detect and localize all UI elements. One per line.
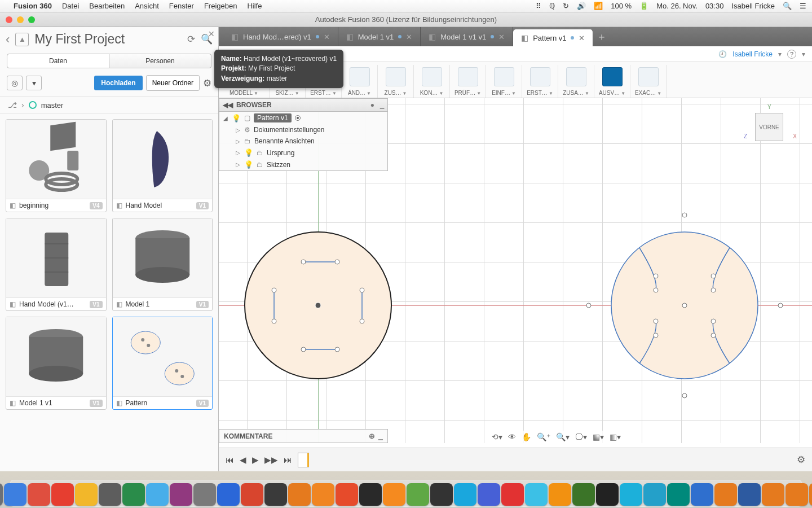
browser-item[interactable]: ▷💡🗀Ursprung [219,147,387,159]
document-tab[interactable]: ◧Hand Mod…ered) v1✕ [223,27,338,46]
viewcube[interactable]: VORNE X Y Z [752,110,787,144]
dock-app-icon[interactable] [170,483,192,506]
browser-item[interactable]: ▷⚙Dokumenteinstellungen [219,124,387,135]
dock-app-icon[interactable] [75,483,98,506]
close-tab-icon[interactable]: ✕ [324,33,330,41]
dock-app-icon[interactable] [312,483,334,506]
volume-icon[interactable]: 🔊 [577,2,586,10]
expand-comments-icon[interactable]: ⎯ [378,432,383,440]
expand-icon[interactable]: ▷ [235,161,241,168]
tool-addins[interactable]: ZUSA…▼ [558,65,594,98]
dock-app-icon[interactable] [478,483,500,506]
close-window-button[interactable] [6,16,12,23]
design-card[interactable]: ◧Hand ModelV1 [112,119,213,212]
time-label[interactable]: 03:30 [705,2,724,10]
expand-icon[interactable]: ▷ [235,127,241,133]
date-label[interactable]: Mo. 26. Nov. [656,2,698,10]
dock-app-icon[interactable] [336,483,358,506]
tool-modify[interactable]: ÄND…▼ [342,65,378,98]
timeline-play-icon[interactable]: ▶ [252,455,259,465]
design-card[interactable]: ◧Model 1V1 [112,218,213,311]
document-tab-active[interactable]: ◧Pattern v1✕ [513,29,593,46]
look-icon[interactable]: 👁 [508,432,516,441]
pan-icon[interactable]: ✋ [522,432,531,441]
dock-app-icon[interactable] [762,483,784,506]
browser-root[interactable]: ◢💡▢Pattern v1 [219,112,387,124]
dock-app-icon[interactable] [643,483,666,506]
avira-icon[interactable]: ℚ [549,2,555,10]
dock-app-icon[interactable] [122,483,145,506]
timeline-forward-icon[interactable]: ▶▶ [264,455,278,465]
dock-app-icon[interactable] [809,483,812,506]
dock-app-icon[interactable] [193,483,216,506]
menubar-item[interactable]: Bearbeiten [89,2,125,10]
timemachine-icon[interactable]: ↻ [563,2,569,10]
design-card[interactable]: ◧Hand Model (v1…V1 [6,218,107,311]
browser-item[interactable]: ▷💡🗀Skizzen [219,159,387,170]
upload-button[interactable]: Hochladen [94,76,142,90]
filter-select[interactable]: ◎ [7,76,23,90]
gear-icon[interactable]: ⚙ [203,77,211,89]
display-settings-icon[interactable]: 🖵▾ [575,432,587,441]
battery-icon[interactable]: 🔋 [639,2,648,10]
dock-app-icon[interactable] [691,483,713,506]
dock-app-icon[interactable] [4,483,27,506]
dock-app-icon[interactable] [146,483,169,506]
dock-app-icon[interactable] [620,483,642,506]
dock-app-icon[interactable] [383,483,405,506]
dock-app-icon[interactable] [525,483,548,506]
minimize-panel-icon[interactable]: ● [370,101,374,109]
timeline-end-icon[interactable]: ⏭ [284,455,292,465]
viewport-icon[interactable]: ▥▾ [610,432,621,441]
timeline-back-icon[interactable]: ◀ [240,455,246,465]
tool-insert[interactable]: EINF…▼ [486,65,522,98]
dock-app-icon[interactable] [785,483,808,506]
tool-exact[interactable]: EXAC…▼ [630,65,667,98]
dock-app-icon[interactable] [288,483,311,506]
dock-app-icon[interactable] [454,483,476,506]
design-card[interactable]: ◧beginningV4 [6,119,107,212]
orbit-icon[interactable]: ⟲▾ [492,432,502,441]
document-tab[interactable]: ◧Model 1 v1✕ [338,27,421,46]
dock-app-icon[interactable] [549,483,571,506]
browser-item[interactable]: ▷🗀Benannte Ansichten [219,135,387,147]
add-comment-icon[interactable]: ⊕ [369,432,375,440]
spotlight-icon[interactable]: 🔍 [783,2,792,10]
dock-app-icon[interactable] [596,483,619,506]
tool-construct[interactable]: KON…▼ [414,65,450,98]
clock-icon[interactable]: 🕘 [718,50,727,58]
lightbulb-icon[interactable]: 💡 [232,114,241,122]
dock-app-icon[interactable] [99,483,121,506]
menubar-item[interactable]: Datei [62,2,79,10]
filter-dropdown[interactable]: ▾ [26,76,42,90]
close-tab-icon[interactable]: ✕ [498,33,505,41]
zoom-icon[interactable]: 🔍⁺ [537,432,550,441]
menu-icon[interactable]: ☰ [800,2,806,10]
design-card[interactable]: ◧Model 1 v1V1 [6,317,107,410]
tool-assemble[interactable]: ZUS…▼ [378,65,414,98]
dock-app-icon[interactable] [51,483,74,506]
menubar-app[interactable]: Fusion 360 [14,2,52,10]
dock-app-icon[interactable] [359,483,382,506]
lightbulb-icon[interactable]: 💡 [244,148,253,157]
dock-app-icon[interactable] [572,483,595,506]
user-label[interactable]: Isabell Fricke [731,2,775,10]
dock-app-icon[interactable] [217,483,240,506]
dock-app-icon[interactable] [430,483,453,506]
dock-app-icon[interactable] [28,483,50,506]
dock-app-icon[interactable] [0,483,3,506]
help-icon[interactable]: ? [787,50,796,59]
collapse-arrows-icon[interactable]: ◀◀ [223,101,233,109]
refresh-icon[interactable]: ⟳ [187,33,195,45]
active-radio[interactable] [295,115,301,121]
dropbox-icon[interactable]: ⠿ [536,2,541,10]
dock-app-icon[interactable] [667,483,690,506]
dock-app-icon[interactable] [501,483,524,506]
tool-select[interactable]: AUSV…▼ [594,65,630,98]
new-tab-button[interactable]: ＋ [593,27,610,46]
timeline-settings-icon[interactable]: ⚙ [797,454,805,466]
tool-make[interactable]: ERST…▼ [522,65,558,98]
pin-panel-icon[interactable]: ⎯ [380,101,384,109]
timeline-feature[interactable] [298,453,309,467]
close-panel-icon[interactable]: ✕ [208,29,215,38]
